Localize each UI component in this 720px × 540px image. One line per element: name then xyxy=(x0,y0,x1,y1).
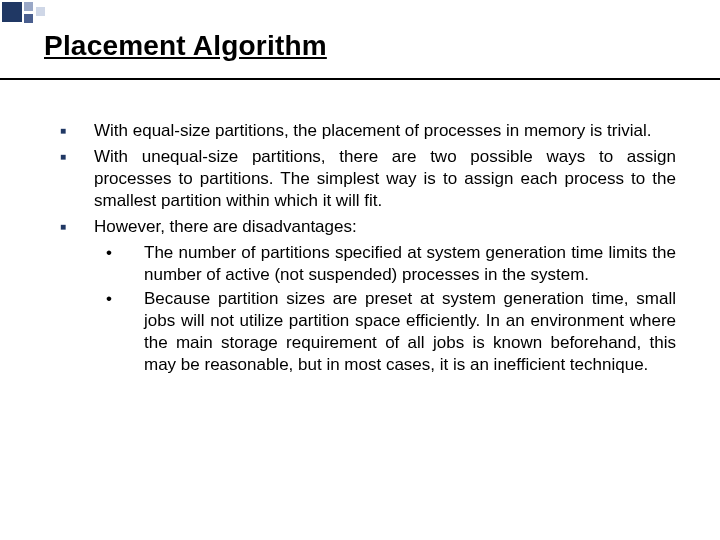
deco-square-small xyxy=(36,7,45,16)
sub-bullet-text: The number of partitions specified at sy… xyxy=(144,242,676,286)
slide-title: Placement Algorithm xyxy=(44,30,676,62)
bullet-text: However, there are disadvantages: xyxy=(94,216,676,238)
deco-square-large xyxy=(2,2,22,22)
sub-bullet-item: • Because partition sizes are preset at … xyxy=(94,288,676,376)
square-bullet-icon xyxy=(60,216,94,238)
bullet-text: With unequal-size partitions, there are … xyxy=(94,146,676,212)
dot-bullet-icon: • xyxy=(94,242,144,286)
bullet-item: With equal-size partitions, the placemen… xyxy=(60,120,676,142)
corner-decoration xyxy=(0,0,100,24)
title-area: Placement Algorithm xyxy=(44,30,676,62)
deco-square-small xyxy=(24,2,33,11)
dot-bullet-icon: • xyxy=(94,288,144,376)
bullet-item: With unequal-size partitions, there are … xyxy=(60,146,676,212)
slide: Placement Algorithm With equal-size part… xyxy=(0,0,720,540)
bullet-text: With equal-size partitions, the placemen… xyxy=(94,120,676,142)
deco-square-small xyxy=(24,14,33,23)
square-bullet-icon xyxy=(60,120,94,142)
content-area: With equal-size partitions, the placemen… xyxy=(60,120,676,376)
sub-bullet-text: Because partition sizes are preset at sy… xyxy=(144,288,676,376)
sub-bullet-list: • The number of partitions specified at … xyxy=(94,242,676,376)
bullet-item: However, there are disadvantages: xyxy=(60,216,676,238)
sub-bullet-item: • The number of partitions specified at … xyxy=(94,242,676,286)
title-underline-rule xyxy=(0,78,720,80)
square-bullet-icon xyxy=(60,146,94,212)
